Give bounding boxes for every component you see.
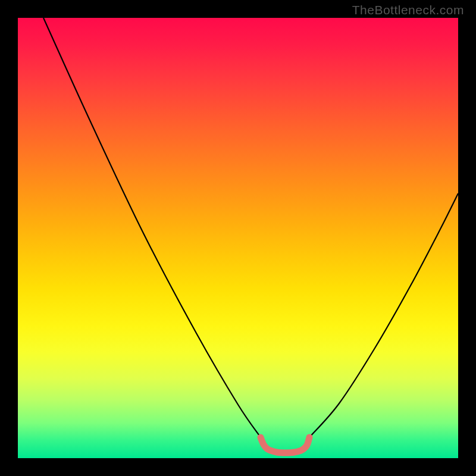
- chart-frame: TheBottleneck.com: [0, 0, 476, 476]
- curve-layer: [18, 18, 458, 458]
- left-curve: [43, 18, 261, 437]
- plot-area: [18, 18, 458, 458]
- right-curve: [309, 193, 458, 437]
- watermark-label: TheBottleneck.com: [352, 3, 464, 17]
- optimal-zone-highlight: [261, 437, 309, 453]
